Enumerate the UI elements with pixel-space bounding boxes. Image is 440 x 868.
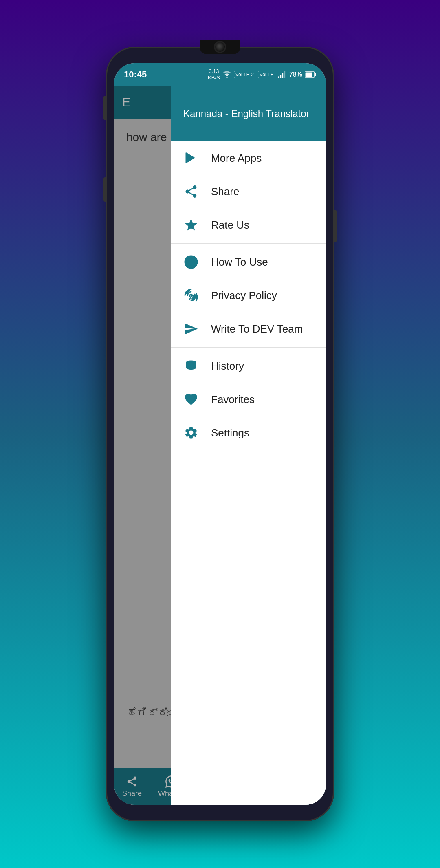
fingerprint-icon bbox=[183, 288, 199, 303]
menu-item-how-to-use[interactable]: How To Use bbox=[171, 245, 326, 279]
volume-up-button bbox=[103, 177, 106, 202]
star-icon bbox=[183, 217, 199, 233]
battery-percent: 78% bbox=[289, 71, 302, 78]
menu-item-write-dev[interactable]: Write To DEV Team bbox=[171, 312, 326, 346]
write-dev-label: Write To DEV Team bbox=[211, 323, 303, 335]
history-icon bbox=[183, 358, 199, 374]
signal-icon bbox=[278, 71, 287, 78]
divider-2 bbox=[171, 347, 326, 348]
drawer-header: Kannada - English Translator bbox=[171, 86, 326, 141]
share-menu-label: Share bbox=[211, 185, 239, 198]
play-store-icon bbox=[183, 150, 199, 166]
menu-item-settings[interactable]: Settings bbox=[171, 416, 326, 449]
svg-point-0 bbox=[226, 77, 227, 78]
volte2-badge: VoLTE 2 bbox=[234, 71, 255, 78]
wifi-icon bbox=[222, 71, 231, 78]
svg-rect-3 bbox=[282, 73, 283, 78]
menu-item-share[interactable]: Share bbox=[171, 175, 326, 208]
svg-rect-6 bbox=[306, 73, 312, 77]
battery-icon bbox=[305, 71, 316, 78]
gear-icon bbox=[183, 425, 199, 441]
status-icons: 0.13KB/S VoLTE 2 VoLTE 78 bbox=[208, 68, 316, 81]
rate-us-label: Rate Us bbox=[211, 219, 249, 231]
drawer-menu: More Apps Share bbox=[171, 141, 326, 805]
menu-item-favorites[interactable]: Favorites bbox=[171, 383, 326, 416]
data-speed: 0.13KB/S bbox=[208, 68, 220, 81]
svg-rect-2 bbox=[280, 75, 281, 78]
divider-1 bbox=[171, 243, 326, 244]
history-label: History bbox=[211, 360, 244, 372]
camera-lens bbox=[214, 41, 226, 53]
menu-item-privacy-policy[interactable]: Privacy Policy bbox=[171, 279, 326, 312]
how-to-use-label: How To Use bbox=[211, 256, 268, 269]
more-apps-label: More Apps bbox=[211, 152, 262, 165]
menu-item-more-apps[interactable]: More Apps bbox=[171, 141, 326, 175]
svg-rect-4 bbox=[284, 71, 285, 78]
question-icon bbox=[183, 254, 199, 270]
menu-item-history[interactable]: History bbox=[171, 349, 326, 383]
volte-badge: VoLTE bbox=[258, 71, 275, 78]
svg-rect-7 bbox=[315, 73, 316, 76]
share-icon bbox=[183, 184, 199, 199]
volume-down-button bbox=[103, 96, 106, 120]
settings-label: Settings bbox=[211, 427, 249, 439]
navigation-drawer: Kannada - English Translator More Apps bbox=[171, 86, 326, 805]
svg-rect-1 bbox=[278, 76, 279, 78]
menu-item-rate-us[interactable]: Rate Us bbox=[171, 208, 326, 242]
status-time: 10:45 bbox=[124, 69, 147, 80]
app-background: E how are ಹೆಗಿದ್ದೀಯ Share Whats... bbox=[114, 86, 326, 805]
phone-screen: 10:45 0.13KB/S VoLTE 2 VoLTE bbox=[114, 63, 326, 805]
phone-device: 10:45 0.13KB/S VoLTE 2 VoLTE bbox=[106, 47, 334, 821]
drawer-title: Kannada - English Translator bbox=[183, 107, 310, 120]
favorites-label: Favorites bbox=[211, 393, 255, 406]
status-bar: 10:45 0.13KB/S VoLTE 2 VoLTE bbox=[114, 63, 326, 86]
camera-bump bbox=[200, 40, 240, 54]
privacy-policy-label: Privacy Policy bbox=[211, 289, 277, 302]
heart-icon bbox=[183, 392, 199, 407]
send-icon bbox=[183, 321, 199, 337]
power-button bbox=[334, 210, 337, 242]
